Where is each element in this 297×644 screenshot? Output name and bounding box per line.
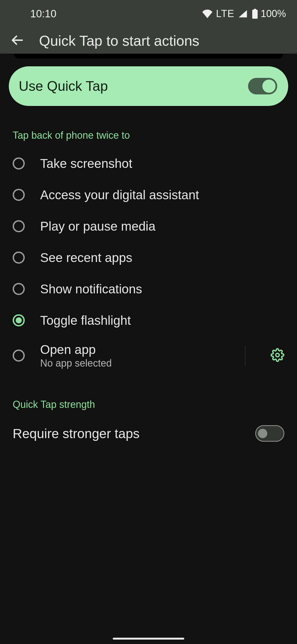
network-label: LTE — [216, 8, 234, 20]
radio-option-play-pause-media[interactable]: Play or pause media — [0, 211, 297, 242]
radio-option-recent-apps[interactable]: See recent apps — [0, 242, 297, 273]
switch-thumb-icon — [258, 429, 267, 438]
radio-icon — [13, 252, 25, 264]
radio-label: Toggle flashlight — [40, 313, 284, 328]
radio-option-digital-assistant[interactable]: Access your digital assistant — [0, 179, 297, 211]
status-time: 10:10 — [30, 8, 56, 20]
radio-option-open-app[interactable]: Open app No app selected — [0, 336, 297, 375]
radio-option-toggle-flashlight[interactable]: Toggle flashlight — [0, 305, 297, 336]
gear-icon — [271, 348, 284, 363]
partial-card-edge — [14, 54, 283, 59]
section-header-actions: Tap back of phone twice to — [0, 106, 297, 148]
switch-thumb-icon — [262, 80, 276, 93]
use-quick-tap-label: Use Quick Tap — [19, 78, 108, 94]
require-stronger-taps-row[interactable]: Require stronger taps — [0, 417, 297, 442]
radio-label: Open app — [40, 342, 225, 357]
radio-label: Take screenshot — [40, 156, 284, 171]
radio-label: Show notifications — [40, 282, 284, 296]
content: Use Quick Tap Tap back of phone twice to… — [0, 54, 297, 442]
radio-label: Access your digital assistant — [40, 187, 284, 202]
use-quick-tap-toggle-row[interactable]: Use Quick Tap — [9, 66, 288, 106]
svg-rect-1 — [254, 9, 256, 10]
wifi-icon — [202, 9, 213, 18]
battery-text: 100% — [261, 8, 286, 20]
radio-icon — [13, 157, 25, 170]
nav-indicator — [113, 638, 184, 640]
require-stronger-taps-label: Require stronger taps — [13, 426, 140, 441]
status-bar: 10:10 LTE 100% — [0, 0, 297, 28]
radio-icon — [13, 283, 25, 295]
page-title: Quick Tap to start actions — [39, 32, 199, 49]
radio-option-show-notifications[interactable]: Show notifications — [0, 273, 297, 305]
radio-icon — [13, 189, 25, 201]
svg-point-3 — [276, 353, 279, 357]
battery-icon — [252, 9, 258, 19]
radio-label: See recent apps — [40, 250, 284, 265]
divider — [245, 345, 245, 366]
use-quick-tap-switch[interactable] — [248, 78, 277, 94]
radio-option-take-screenshot[interactable]: Take screenshot — [0, 148, 297, 179]
open-app-settings-button[interactable] — [271, 348, 284, 363]
app-bar: Quick Tap to start actions — [0, 28, 297, 54]
radio-icon — [13, 314, 25, 326]
radio-label: Play or pause media — [40, 219, 284, 234]
radio-icon — [13, 220, 25, 232]
svg-rect-0 — [252, 10, 258, 19]
status-icons: LTE 100% — [202, 8, 286, 20]
require-stronger-taps-switch[interactable] — [255, 425, 284, 442]
radio-sublabel: No app selected — [40, 358, 225, 369]
radio-icon — [13, 350, 25, 362]
arrow-left-icon — [10, 33, 24, 48]
signal-icon — [238, 10, 248, 18]
back-button[interactable] — [8, 32, 26, 50]
section-header-strength: Quick Tap strength — [0, 375, 297, 417]
